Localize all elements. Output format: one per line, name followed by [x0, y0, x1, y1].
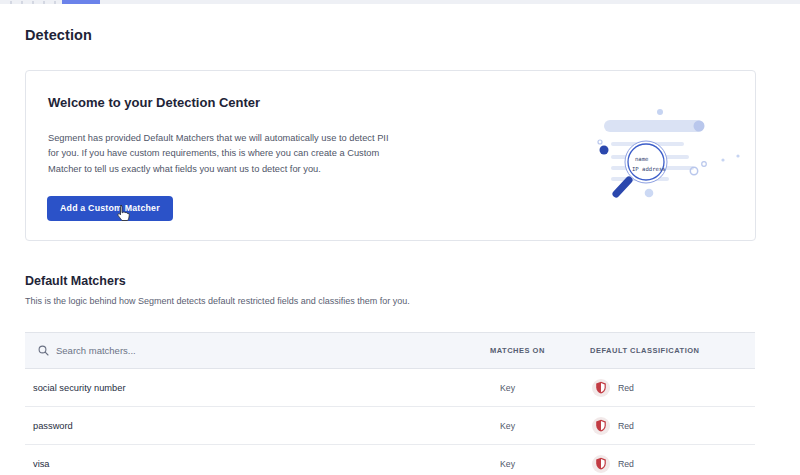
- tab-strip-notch: [54, 1, 56, 4]
- matches-on-value: Key: [500, 421, 515, 431]
- welcome-body-line: Segment has provided Default Matchers th…: [48, 131, 389, 146]
- default-matchers-heading: Default Matchers: [25, 274, 126, 288]
- welcome-body-line: for you. If you have custom requirements…: [48, 146, 389, 161]
- classification-label: Red: [618, 383, 634, 393]
- add-custom-matcher-button[interactable]: Add a Custom Matcher: [47, 196, 173, 221]
- matches-on-value: Key: [500, 459, 515, 469]
- default-matchers-description: This is the logic behind how Segment det…: [25, 296, 410, 306]
- tab-strip-notch: [10, 1, 12, 4]
- magnifier-label-name: name: [635, 156, 649, 162]
- classification-cell: Red: [592, 417, 634, 435]
- detection-page: { "page_title": "Detection", "welcome_ca…: [0, 0, 800, 475]
- tab-strip-notch: [21, 1, 23, 4]
- matchers-table: MATCHES ON DEFAULT CLASSIFICATION social…: [25, 332, 755, 475]
- matches-on-value: Key: [500, 383, 515, 393]
- detection-illustration: name IP address: [571, 86, 761, 216]
- tab-strip-notch: [32, 1, 34, 4]
- classification-cell: Red: [592, 379, 634, 397]
- classification-label: Red: [618, 421, 634, 431]
- red-shield-icon: [592, 455, 610, 473]
- welcome-card: Welcome to your Detection Center Segment…: [25, 70, 756, 241]
- search-icon: [38, 345, 49, 356]
- table-row[interactable]: social security number Key Red: [25, 369, 755, 407]
- matcher-name: visa: [33, 459, 50, 469]
- search-matchers-input[interactable]: [56, 345, 296, 356]
- classification-label: Red: [618, 459, 634, 469]
- doc-header-bar: [604, 120, 704, 132]
- active-tab-indicator[interactable]: [62, 0, 100, 4]
- matcher-name: social security number: [33, 383, 126, 393]
- page-title: Detection: [25, 27, 92, 43]
- table-row[interactable]: password Key Red: [25, 407, 755, 445]
- welcome-body-line: Matcher to tell us exactly what fields y…: [48, 162, 389, 177]
- column-header-default-classification: DEFAULT CLASSIFICATION: [590, 333, 699, 368]
- magnifier-handle: [616, 180, 629, 194]
- classification-cell: Red: [592, 455, 634, 473]
- matchers-table-header: MATCHES ON DEFAULT CLASSIFICATION: [25, 332, 755, 369]
- search-matchers[interactable]: [25, 345, 296, 356]
- top-tab-strip: [0, 0, 800, 4]
- welcome-body: Segment has provided Default Matchers th…: [48, 131, 389, 177]
- matcher-name: password: [33, 421, 73, 431]
- red-shield-icon: [592, 379, 610, 397]
- magnifier-label-ip: IP address: [632, 166, 666, 172]
- red-shield-icon: [592, 417, 610, 435]
- welcome-heading: Welcome to your Detection Center: [48, 95, 260, 110]
- tab-strip-notch: [43, 1, 45, 4]
- table-row[interactable]: visa Key Red: [25, 445, 755, 475]
- column-header-matches-on: MATCHES ON: [490, 333, 545, 368]
